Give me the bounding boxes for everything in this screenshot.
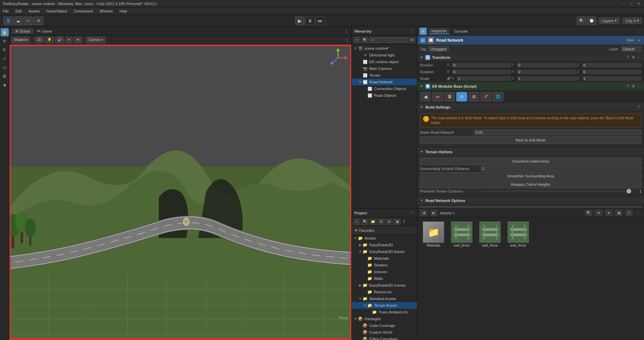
transform-tool[interactable]: ⊞ — [1, 72, 9, 80]
pause-btn[interactable]: ⏸ — [305, 16, 315, 25]
project-item-15[interactable]: 📦 Editor Coroutines — [352, 336, 417, 340]
pos-y-input[interactable] — [517, 63, 576, 68]
menu-window[interactable]: Window — [98, 8, 114, 14]
hierarchy-item-connection_objects[interactable]: ⬜ Connection Objects — [352, 85, 417, 92]
audio-btn[interactable]: 🔊 — [55, 37, 64, 43]
script-marker-btn[interactable]: 📌 — [481, 92, 491, 101]
build-settings-header[interactable]: ▼ Build Settings ? — [417, 103, 644, 112]
cloud-btn[interactable]: ☁ — [13, 16, 23, 25]
asset-item-materials[interactable]: 📁 Materials — [420, 220, 447, 249]
menu-file[interactable]: File — [1, 8, 10, 14]
hier-settings-btn[interactable]: ⚙ — [408, 37, 416, 43]
project-item-12[interactable]: ▼ 📦 Packages — [352, 315, 417, 322]
proj-search-btn[interactable]: 🔍 — [361, 218, 369, 225]
menu-assets[interactable]: Assets — [27, 8, 41, 14]
gizmos-btn[interactable]: Gizmos ▾ — [86, 37, 105, 43]
static-dropdown-icon[interactable]: ▾ — [637, 38, 641, 43]
hierarchy-item-scene_runtime[interactable]: ▼ 🎬 scene runtime* — [352, 45, 417, 52]
inspector-menu-btn[interactable]: ⋮ — [636, 28, 642, 34]
project-item-7[interactable]: ▶ 📁 EasyRoads3D scenes — [352, 282, 417, 289]
hierarchy-item-er_runtime[interactable]: ⬜ ER runtime object — [352, 58, 417, 65]
hierarchy-item-road_objects[interactable]: ⬜ Road Objects — [352, 92, 417, 99]
hier-search-btn[interactable]: 🔍 — [361, 37, 369, 43]
asset-search-btn[interactable]: 🔍 — [585, 210, 592, 216]
obj-active-checkbox[interactable]: ✓ — [420, 38, 425, 43]
hierarchy-menu-btn[interactable]: ⋮ — [408, 28, 414, 34]
project-item-13[interactable]: 📦 Code Coverage — [352, 322, 417, 329]
asset-item-wait-fence-1[interactable]: wait_fence — [448, 220, 475, 249]
game-tab[interactable]: 🎮 Game — [33, 29, 55, 34]
project-item-3[interactable]: 📁 Materials — [352, 255, 417, 262]
scale-z-input[interactable] — [582, 76, 641, 81]
transform-help-btn[interactable]: ? — [625, 55, 631, 60]
project-item-1[interactable]: ▶ 📁 EasyRoads3D — [352, 242, 417, 248]
menu-component[interactable]: Component — [72, 8, 94, 14]
smoothen-indent-btn[interactable]: Smoothen Indent Area — [420, 158, 641, 165]
search-btn[interactable]: 🔍 — [577, 16, 586, 25]
move-tool[interactable]: ✛ — [1, 37, 9, 45]
preserve-terrain-thumb[interactable] — [627, 189, 631, 194]
history-btn[interactable]: 🕐 — [587, 16, 596, 25]
scene-visibility-btn[interactable]: 👁 — [74, 37, 82, 43]
proj-star-btn[interactable]: ★ — [385, 218, 393, 225]
inspector-lock-icon[interactable]: 🔒 — [419, 28, 427, 35]
account-btn[interactable]: 👤 — [3, 16, 13, 25]
scene-overflow-btn[interactable]: ⋮ — [345, 37, 349, 43]
rot-y-input[interactable] — [517, 70, 576, 74]
lighting-btn[interactable]: 💡 — [45, 37, 54, 43]
script-settings2-btn[interactable]: ⚙ — [468, 92, 479, 101]
collab-btn[interactable]: ⚙ — [34, 16, 43, 25]
project-item-10[interactable]: ▼ 📁 Terrain Assets — [352, 302, 417, 309]
menu-edit[interactable]: Edit — [14, 8, 23, 14]
surrounding-smooth-input[interactable] — [481, 166, 641, 171]
proj-add-btn[interactable]: + — [353, 218, 361, 225]
rot-x-input[interactable] — [452, 70, 511, 74]
project-item-14[interactable]: 📦 Custom NUnit — [352, 329, 417, 336]
build-settings-help-btn[interactable]: ? — [636, 104, 641, 110]
menu-help[interactable]: Help — [118, 8, 128, 14]
step-btn[interactable]: ⏭ — [315, 16, 325, 25]
pos-z-input[interactable] — [582, 63, 641, 68]
tag-value[interactable]: Untagged — [429, 46, 449, 52]
project-item-9[interactable]: ▼ 📁 Standard Assets — [352, 295, 417, 302]
draw-mode-btn[interactable]: Shaded ▾ — [11, 37, 30, 43]
layers-btn[interactable]: Layers ▾ — [599, 17, 620, 24]
script-globe-btn[interactable]: 🌐 — [493, 92, 503, 101]
asset-fwd-btn[interactable]: ▶ — [430, 210, 438, 216]
raise-road-input[interactable] — [474, 130, 641, 135]
maximize-btn[interactable]: □ — [629, 1, 634, 6]
back-to-edit-btn[interactable]: Back to Edit Mode — [420, 136, 641, 144]
minimize-btn[interactable]: ─ — [621, 1, 627, 6]
2d-btn[interactable]: 2D — [35, 37, 44, 43]
rect-tool[interactable]: ▭ — [1, 63, 9, 71]
asset-back-btn[interactable]: ◀ — [420, 210, 427, 216]
undo-btn[interactable]: ↩ — [24, 16, 33, 25]
project-item-6[interactable]: 📁 Walls — [352, 275, 417, 282]
transform-settings-btn[interactable]: ⚙ — [631, 55, 636, 60]
project-menu-btn[interactable]: ⋮ — [408, 210, 414, 216]
script-network-btn[interactable]: 🛤 — [444, 92, 455, 101]
layout-btn[interactable]: 2 by 3 ▾ — [622, 17, 642, 24]
hierarchy-item-directional_light[interactable]: ☀ Directional light — [352, 52, 417, 58]
hierarchy-item-main_camera[interactable]: 📷 Main Camera — [352, 65, 417, 72]
script-settings-btn[interactable]: ⚙ — [631, 84, 636, 89]
pos-x-input[interactable] — [452, 63, 511, 68]
smoothen-surrounding-btn[interactable]: Smoothen Surrounding Area — [420, 172, 641, 180]
project-item-5[interactable]: 📁 textures — [352, 268, 417, 275]
reapply-heights-btn[interactable]: Reapply Critical Heights — [420, 181, 641, 188]
hier-add-btn[interactable]: + — [353, 37, 361, 43]
inspector-tab[interactable]: Inspector — [429, 28, 449, 34]
script-road-btn[interactable]: 🚗 — [432, 92, 443, 101]
hierarchy-item-terrain[interactable]: ⬜ Terrain — [352, 72, 417, 79]
script-back-btn[interactable]: ◀ — [420, 92, 431, 101]
script-section-header[interactable]: ▼ 📄 ER Modular Base (Script) ? ⚙ ⋮ — [417, 82, 644, 91]
transform-section-header[interactable]: ▼ ⊞ Transform ? ⚙ ⋮ — [417, 53, 644, 62]
proj-settings-btn[interactable]: ⚙ — [377, 218, 385, 225]
transform-overflow-btn[interactable]: ⋮ — [636, 55, 641, 60]
proj-filter-btn[interactable]: ▣ — [393, 218, 401, 225]
scale-y-input[interactable] — [517, 76, 576, 81]
project-item-2[interactable]: ▼ 📁 EasyRoads3D Assets — [352, 248, 417, 255]
script-overflow-btn[interactable]: ⋮ — [636, 84, 641, 89]
rotate-tool[interactable]: ↻ — [1, 46, 9, 54]
asset-settings-btn[interactable]: ★ — [605, 210, 612, 216]
